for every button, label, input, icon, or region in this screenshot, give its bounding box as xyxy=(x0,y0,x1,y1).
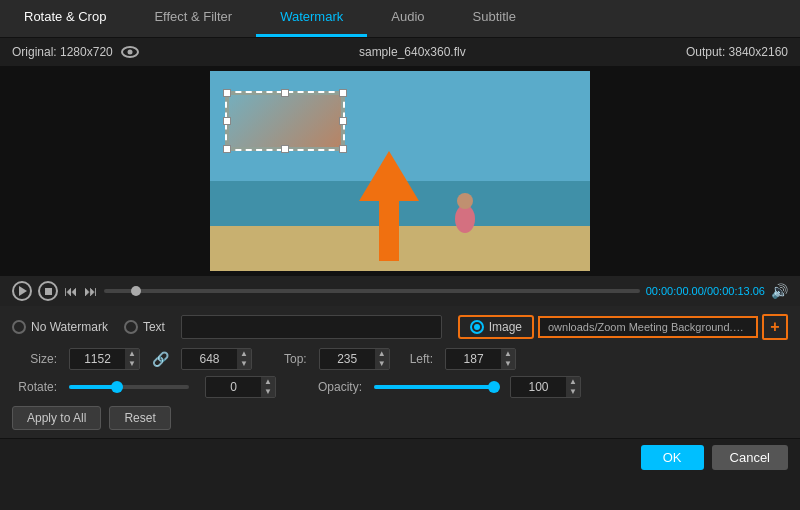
output-label: Output: 3840x2160 xyxy=(686,45,788,59)
text-option[interactable]: Text xyxy=(124,320,165,334)
controls-panel: No Watermark Text Image ownloads/Zoom Me… xyxy=(0,306,800,438)
opacity-down[interactable]: ▼ xyxy=(566,387,580,397)
watermark-type-row: No Watermark Text Image ownloads/Zoom Me… xyxy=(12,314,788,340)
skip-back-button[interactable]: ⏮ xyxy=(64,283,78,299)
size-height-arrows: ▲ ▼ xyxy=(237,349,251,369)
size-label: Size: xyxy=(12,352,57,366)
top-down[interactable]: ▼ xyxy=(375,359,389,369)
size-width-input[interactable] xyxy=(70,350,125,368)
tab-rotate-crop[interactable]: Rotate & Crop xyxy=(0,0,130,37)
watermark-overlay[interactable] xyxy=(225,91,345,151)
resize-handle-tm[interactable] xyxy=(281,89,289,97)
top-spinner[interactable]: ▲ ▼ xyxy=(319,348,390,370)
video-area xyxy=(0,66,800,276)
ok-button[interactable]: OK xyxy=(641,445,704,470)
size-height-input[interactable] xyxy=(182,350,237,368)
top-up[interactable]: ▲ xyxy=(375,349,389,359)
cancel-button[interactable]: Cancel xyxy=(712,445,788,470)
no-watermark-label: No Watermark xyxy=(31,320,108,334)
rotate-arrows: ▲ ▼ xyxy=(261,377,275,397)
size-width-group: ▲ ▼ xyxy=(69,348,140,370)
text-radio[interactable] xyxy=(124,320,138,334)
rotate-up[interactable]: ▲ xyxy=(261,377,275,387)
resize-handle-br[interactable] xyxy=(339,145,347,153)
rotate-track[interactable] xyxy=(69,385,189,389)
playback-bar: ⏮ ⏭ 00:00:00.00/00:00:13.06 🔊 xyxy=(0,276,800,306)
size-height-down[interactable]: ▼ xyxy=(237,359,251,369)
size-width-down[interactable]: ▼ xyxy=(125,359,139,369)
left-up[interactable]: ▲ xyxy=(501,349,515,359)
play-button[interactable] xyxy=(12,281,32,301)
size-height-spinner[interactable]: ▲ ▼ xyxy=(181,348,252,370)
rotate-label: Rotate: xyxy=(12,380,57,394)
size-width-arrows: ▲ ▼ xyxy=(125,349,139,369)
action-buttons: Apply to All Reset xyxy=(12,406,788,430)
size-width-up[interactable]: ▲ xyxy=(125,349,139,359)
add-image-button[interactable]: + xyxy=(762,314,788,340)
progress-thumb[interactable] xyxy=(131,286,141,296)
resize-handle-tr[interactable] xyxy=(339,89,347,97)
rotate-fill xyxy=(69,385,117,389)
skip-forward-button[interactable]: ⏭ xyxy=(84,283,98,299)
resize-handle-lm[interactable] xyxy=(223,117,231,125)
rotate-spinner[interactable]: ▲ ▼ xyxy=(205,376,276,398)
original-label: Original: 1280x720 xyxy=(12,45,113,59)
image-file-path: ownloads/Zoom Meeting Background.png xyxy=(538,316,758,338)
opacity-thumb[interactable] xyxy=(488,381,500,393)
info-bar: Original: 1280x720 sample_640x360.flv Ou… xyxy=(0,38,800,66)
opacity-arrows: ▲ ▼ xyxy=(566,377,580,397)
tab-watermark[interactable]: Watermark xyxy=(256,0,367,37)
opacity-up[interactable]: ▲ xyxy=(566,377,580,387)
link-icon[interactable]: 🔗 xyxy=(152,351,169,367)
opacity-track[interactable] xyxy=(374,385,494,389)
top-input[interactable] xyxy=(320,350,375,368)
eye-icon[interactable] xyxy=(121,46,139,58)
resize-handle-tl[interactable] xyxy=(223,89,231,97)
rotate-thumb[interactable] xyxy=(111,381,123,393)
opacity-fill xyxy=(374,385,494,389)
progress-track[interactable] xyxy=(104,289,640,293)
tab-audio[interactable]: Audio xyxy=(367,0,448,37)
arrow-indicator xyxy=(359,151,419,261)
reset-button[interactable]: Reset xyxy=(109,406,170,430)
resize-handle-rm[interactable] xyxy=(339,117,347,125)
no-watermark-radio[interactable] xyxy=(12,320,26,334)
video-preview xyxy=(210,71,590,271)
tab-subtitle[interactable]: Subtitle xyxy=(449,0,540,37)
svg-point-3 xyxy=(455,205,475,233)
top-label: Top: xyxy=(284,352,307,366)
image-radio[interactable] xyxy=(470,320,484,334)
size-height-up[interactable]: ▲ xyxy=(237,349,251,359)
left-spinner[interactable]: ▲ ▼ xyxy=(445,348,516,370)
tab-effect-filter[interactable]: Effect & Filter xyxy=(130,0,256,37)
volume-icon[interactable]: 🔊 xyxy=(771,283,788,299)
stop-button[interactable] xyxy=(38,281,58,301)
bottom-bar: OK Cancel xyxy=(0,438,800,476)
image-option[interactable]: Image xyxy=(458,315,534,339)
resize-handle-bl[interactable] xyxy=(223,145,231,153)
text-label: Text xyxy=(143,320,165,334)
stop-icon xyxy=(45,288,52,295)
rotate-down[interactable]: ▼ xyxy=(261,387,275,397)
size-height-group: ▲ ▼ xyxy=(181,348,252,370)
top-arrows: ▲ ▼ xyxy=(375,349,389,369)
size-width-spinner[interactable]: ▲ ▼ xyxy=(69,348,140,370)
left-down[interactable]: ▼ xyxy=(501,359,515,369)
opacity-input[interactable] xyxy=(511,378,566,396)
left-input[interactable] xyxy=(446,350,501,368)
time-display: 00:00:00.00/00:00:13.06 xyxy=(646,285,765,297)
rotate-input[interactable] xyxy=(206,378,261,396)
text-input[interactable] xyxy=(181,315,442,339)
size-row: Size: ▲ ▼ 🔗 ▲ ▼ Top: xyxy=(12,348,788,370)
apply-to-all-button[interactable]: Apply to All xyxy=(12,406,101,430)
resize-handle-bm[interactable] xyxy=(281,145,289,153)
left-arrows: ▲ ▼ xyxy=(501,349,515,369)
no-watermark-option[interactable]: No Watermark xyxy=(12,320,108,334)
rotate-opacity-row: Rotate: ▲ ▼ Opacity: ▲ ▼ xyxy=(12,376,788,398)
filename-label: sample_640x360.flv xyxy=(359,45,466,59)
left-label: Left: xyxy=(410,352,433,366)
opacity-label: Opacity: xyxy=(318,380,362,394)
image-label: Image xyxy=(489,320,522,334)
play-icon xyxy=(19,286,27,296)
opacity-spinner[interactable]: ▲ ▼ xyxy=(510,376,581,398)
